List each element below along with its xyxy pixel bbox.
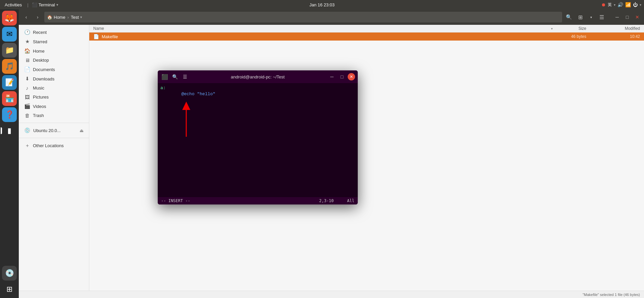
sidebar-item-downloads[interactable]: ⬇ Downloads: [20, 74, 88, 83]
makefile-icon: 📄: [93, 34, 99, 39]
terminal-scroll: All: [347, 198, 354, 203]
home-breadcrumb[interactable]: Home: [54, 15, 65, 20]
dock-dvd[interactable]: 💿: [2, 266, 17, 281]
terminal-statusbar: -- INSERT -- 2,3-10 All: [158, 197, 358, 204]
music-label: Music: [33, 85, 44, 91]
sidebar-item-pictures[interactable]: 🖼 Pictures: [20, 93, 88, 102]
terminal-maximize-button[interactable]: □: [338, 72, 346, 81]
sidebar-item-desktop[interactable]: 🖥 Desktop: [20, 56, 88, 65]
sidebar-item-ubuntu[interactable]: 💿 Ubuntu 20.0... ⏏: [20, 126, 88, 135]
dock-firefox[interactable]: 🦊: [2, 11, 17, 25]
record-icon: ⏺: [601, 2, 606, 7]
dock-terminal[interactable]: ▮: [2, 123, 17, 138]
dock-help[interactable]: ❓: [2, 107, 17, 122]
music-icon: 🎵: [5, 62, 14, 71]
terminal-titlebar: ⬛ 🔍 ☰ android@android-pc: ~/Test ─ □ ✕: [158, 70, 358, 83]
sidebar-item-recent[interactable]: 🕐 Recent: [20, 27, 88, 37]
terminal-body[interactable]: a: @echo "hello": [158, 83, 358, 197]
store-icon: 🏪: [5, 94, 14, 103]
sidebar-item-other-locations[interactable]: ＋ Other Locations: [20, 141, 88, 151]
downloads-icon: ⬇: [24, 76, 30, 82]
home-icon: 🏠: [24, 48, 30, 54]
firefox-icon: 🦊: [4, 13, 14, 23]
folder-breadcrumb[interactable]: Test ▾: [71, 15, 82, 20]
activities-button[interactable]: Activities: [3, 2, 24, 7]
menu-button[interactable]: ☰: [597, 12, 606, 22]
back-button[interactable]: ‹: [21, 12, 31, 22]
forward-button[interactable]: ›: [33, 12, 42, 22]
power-icon[interactable]: ⏻: [633, 2, 638, 7]
nautilus-header: ‹ › 🏠 Home › Test ▾ 🔍 ⊞ ▾ ☰ ─ □ ✕: [19, 9, 644, 25]
sidebar-item-starred[interactable]: ★ Starred: [20, 37, 88, 46]
column-size: Size: [553, 26, 586, 31]
terminal-line-2: @echo "hello": [160, 91, 355, 97]
sidebar: 🕐 Recent ★ Starred 🏠 Home 🖥 Desktop 📄: [19, 25, 89, 298]
sidebar-item-documents[interactable]: 📄 Documents: [20, 65, 88, 74]
dock-apps-grid[interactable]: ⊞: [2, 282, 17, 297]
trash-icon: 🗑: [24, 113, 30, 118]
file-name: Makefile: [102, 34, 553, 39]
home-breadcrumb-icon: 🏠: [47, 15, 52, 20]
file-size: 46 bytes: [553, 34, 586, 39]
file-list-header: Name ▾ Size Modified: [89, 25, 644, 33]
desktop-label: Desktop: [33, 58, 49, 63]
starred-label: Starred: [33, 39, 47, 44]
ubuntu-drive-icon: 💿: [24, 127, 31, 133]
terminal-dock-icon: ▮: [7, 126, 11, 135]
terminal-app-icon: ⬛: [161, 74, 168, 80]
breadcrumb-bar[interactable]: 🏠 Home › Test ▾: [44, 12, 562, 22]
other-locations-label: Other Locations: [33, 143, 64, 148]
maximize-button[interactable]: □: [623, 13, 631, 21]
music-sidebar-icon: ♪: [24, 85, 30, 91]
datetime-display: Jan 16 23:03: [309, 2, 335, 7]
close-button[interactable]: ✕: [633, 13, 641, 21]
trash-label: Trash: [33, 113, 44, 118]
ubuntu-drive-label: Ubuntu 20.0...: [33, 128, 61, 133]
sidebar-item-home[interactable]: 🏠 Home: [20, 46, 88, 56]
dock-email[interactable]: ✉: [2, 27, 17, 42]
files-icon: 📁: [5, 46, 14, 55]
sidebar-item-music[interactable]: ♪ Music: [20, 83, 88, 93]
recent-icon: 🕐: [24, 29, 30, 35]
status-text: "Makefile" selected 1 file (46 bytes): [583, 293, 640, 297]
table-row[interactable]: 📄 Makefile 46 bytes 10:42: [89, 33, 644, 41]
terminal-close-button[interactable]: ✕: [348, 73, 355, 80]
search-button[interactable]: 🔍: [564, 12, 574, 22]
dropdown-icon: ▾: [614, 3, 615, 7]
input-method-icon[interactable]: 英: [608, 2, 612, 8]
starred-icon: ★: [24, 39, 30, 45]
terminal-hamburger-button[interactable]: ☰: [181, 72, 189, 81]
terminal-menu-button[interactable]: ⬛: [160, 72, 169, 81]
dock-libreoffice[interactable]: 📝: [2, 75, 17, 90]
wifi-icon[interactable]: 📶: [625, 2, 631, 7]
terminal-minimize-button[interactable]: ─: [328, 72, 336, 81]
view-dropdown[interactable]: ▾: [586, 12, 596, 22]
status-bar: "Makefile" selected 1 file (46 bytes): [19, 291, 644, 298]
terminal-icon: ⬛: [32, 2, 37, 7]
documents-label: Documents: [33, 67, 55, 72]
grid-view-button[interactable]: ⊞: [576, 12, 585, 22]
dock-appstore[interactable]: 🏪: [2, 91, 17, 106]
minimize-button[interactable]: ─: [613, 13, 621, 21]
eject-icon[interactable]: ⏏: [80, 128, 84, 133]
dock: 🦊 ✉ 📁 🎵 📝 🏪 ❓ ▮ 💿 ⊞: [0, 9, 19, 298]
documents-icon: 📄: [24, 66, 30, 72]
terminal-search-button[interactable]: 🔍: [170, 72, 179, 81]
pictures-icon: 🖼: [24, 94, 30, 100]
sidebar-item-trash[interactable]: 🗑 Trash: [20, 111, 88, 120]
audio-icon[interactable]: 🔊: [617, 2, 623, 7]
pictures-label: Pictures: [33, 95, 49, 100]
terminal-position: 2,3-10: [319, 198, 334, 203]
red-arrow-annotation: [176, 100, 196, 143]
column-name: Name: [93, 26, 551, 31]
dock-rhythmbox[interactable]: 🎵: [2, 59, 17, 74]
terminal-indicator[interactable]: ⬛ Terminal ▾: [32, 2, 58, 7]
system-dropdown[interactable]: ▾: [640, 3, 641, 7]
other-locations-icon: ＋: [24, 142, 30, 149]
top-bar: Activities | ⬛ Terminal ▾ Jan 16 23:03 ⏺…: [0, 0, 644, 9]
dock-files[interactable]: 📁: [2, 43, 17, 58]
help-icon: ❓: [5, 110, 14, 119]
recent-label: Recent: [33, 30, 47, 35]
sidebar-item-videos[interactable]: 🎬 Videos: [20, 102, 88, 111]
terminal-title: android@android-pc: ~/Test: [231, 74, 285, 79]
